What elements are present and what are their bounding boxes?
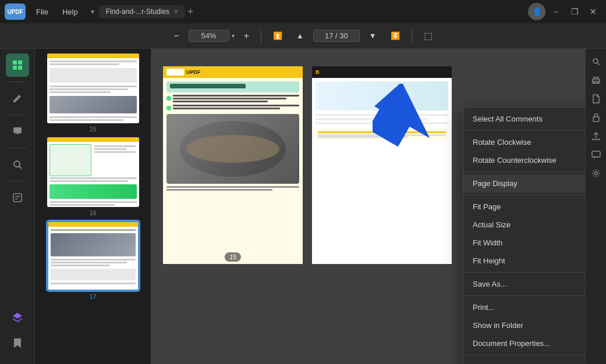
menu-item-rotate-ccw[interactable]: Rotate Counterclockwise — [463, 151, 585, 169]
menu-item-fit-height[interactable]: Fit Height Ctrl+3 — [463, 252, 585, 270]
svg-rect-1 — [18, 60, 22, 65]
last-page-button[interactable]: ⏬ — [386, 29, 405, 42]
thumbnail-16[interactable]: 16 — [40, 137, 146, 216]
menu-item-document-properties[interactable]: Document Properties... — [463, 334, 585, 352]
menu-divider-4 — [463, 272, 585, 273]
help-menu[interactable]: Help — [56, 5, 84, 19]
presentation-button[interactable]: ⬚ — [419, 28, 437, 44]
thumbnail-image-15 — [47, 53, 139, 123]
thumbnails-panel: 15 — [35, 49, 151, 364]
menu-item-actual-size[interactable]: Actual Size Ctrl+1 — [463, 216, 585, 234]
avatar[interactable]: 👤 — [528, 3, 545, 20]
updf-logo: UPDF — [5, 3, 26, 20]
menu-divider-6 — [463, 355, 585, 355]
sidebar-item-edit[interactable] — [6, 87, 29, 110]
right-settings-icon[interactable] — [588, 165, 604, 181]
svg-rect-6 — [13, 194, 22, 202]
titlebar: UPDF File Help ▾ Find-and-...r-Studies ×… — [0, 0, 606, 23]
svg-rect-2 — [13, 66, 17, 70]
thumbnail-15[interactable]: 15 — [40, 53, 146, 133]
menu-item-fit-page[interactable]: Fit Page Ctrl+0 — [463, 198, 585, 216]
minimize-button[interactable]: − — [548, 5, 564, 18]
arrow-overlay — [373, 84, 442, 154]
pdf-page-15: UPDF — [163, 66, 303, 264]
menu-item-select-all-comments[interactable]: Select All Comments — [463, 110, 585, 128]
tab-chevron[interactable]: ▾ — [91, 8, 94, 16]
new-tab-button[interactable]: + — [187, 6, 194, 18]
left-sidebar — [0, 49, 35, 364]
svg-rect-3 — [18, 66, 22, 70]
right-lock-icon[interactable] — [588, 109, 604, 126]
sidebar-separator-2 — [9, 115, 26, 115]
sidebar-separator — [9, 81, 26, 82]
tab-label: Find-and-...r-Studies — [106, 8, 169, 16]
menu-item-save-as[interactable]: Save As... — [463, 275, 585, 293]
thumbnail-image-16 — [47, 137, 139, 207]
menu-item-fit-width[interactable]: Fit Width Ctrl+2 — [463, 234, 585, 252]
page-navigation: 17 / 30 — [313, 30, 360, 42]
svg-rect-0 — [13, 60, 17, 65]
zoom-in-button[interactable]: + — [239, 28, 254, 44]
sidebar-item-layers[interactable] — [6, 306, 29, 329]
svg-rect-14 — [593, 117, 599, 122]
toolbar-separator-1 — [261, 30, 261, 42]
sidebar-bottom — [6, 306, 29, 359]
file-menu[interactable]: File — [30, 5, 54, 19]
svg-rect-13 — [594, 81, 598, 83]
menu-item-play-from-start[interactable]: Play from Start Ctrl+Shift+Enter — [463, 358, 585, 364]
thumbnail-label-15: 15 — [89, 126, 96, 133]
sidebar-item-comment[interactable] — [6, 120, 29, 143]
sidebar-separator-4 — [9, 181, 26, 181]
main-area: 15 — [0, 49, 606, 364]
right-sidebar — [585, 49, 606, 364]
zoom-value[interactable]: 54% — [189, 30, 229, 42]
sidebar-item-thumbnails[interactable] — [6, 53, 29, 77]
sidebar-item-search[interactable] — [6, 153, 29, 176]
menu-item-rotate-cw[interactable]: Rotate Clockwise — [463, 133, 585, 151]
svg-marker-9 — [373, 84, 442, 154]
menu-item-page-display[interactable]: Page Display ▶ — [463, 174, 585, 192]
svg-point-16 — [594, 172, 597, 175]
svg-rect-15 — [592, 151, 600, 157]
right-document-icon[interactable] — [588, 91, 604, 107]
right-comment-icon[interactable] — [588, 147, 604, 163]
content-area[interactable]: UPDF — [151, 49, 585, 364]
right-share-icon[interactable] — [588, 128, 604, 144]
page-badge-15: 15 — [225, 252, 241, 262]
thumbnail-image-17 — [47, 221, 139, 291]
menu-divider-2 — [463, 172, 585, 172]
toolbar-separator-2 — [412, 30, 412, 42]
toolbar: − 54% ▾ + ⏫ ▲ 17 / 30 ▼ ⏬ ⬚ — [0, 23, 606, 49]
next-page-button[interactable]: ▼ — [364, 29, 381, 42]
zoom-out-button[interactable]: − — [169, 28, 183, 44]
sidebar-item-bookmark[interactable] — [6, 331, 29, 355]
svg-line-11 — [597, 63, 600, 65]
zoom-dropdown-icon[interactable]: ▾ — [232, 33, 235, 39]
menu-item-show-in-folder[interactable]: Show in Folder — [463, 316, 585, 334]
document-tab[interactable]: Find-and-...r-Studies × — [99, 5, 185, 18]
thumbnail-label-16: 16 — [89, 209, 96, 216]
page-display[interactable]: 17 / 30 — [313, 30, 360, 42]
sidebar-item-form[interactable] — [6, 186, 29, 209]
maximize-button[interactable]: ❐ — [566, 5, 583, 18]
context-menu: Select All Comments Rotate Clockwise Rot… — [463, 107, 585, 364]
sidebar-separator-3 — [9, 148, 26, 148]
window-controls: 👤 − ❐ ✕ — [528, 3, 601, 20]
menu-divider-5 — [463, 295, 585, 296]
svg-point-10 — [593, 59, 598, 63]
menu-divider-3 — [463, 195, 585, 195]
thumbnail-label-17: 17 — [89, 293, 96, 300]
right-search-icon[interactable] — [588, 53, 604, 70]
zoom-control: 54% ▾ — [189, 30, 235, 42]
menu-divider-1 — [463, 130, 585, 131]
right-print-icon[interactable] — [588, 72, 604, 88]
close-button[interactable]: ✕ — [585, 5, 601, 18]
svg-point-5 — [14, 161, 20, 167]
first-page-button[interactable]: ⏫ — [268, 29, 287, 42]
thumbnail-17[interactable]: 17 — [40, 221, 146, 300]
menu-item-print[interactable]: Print... — [463, 298, 585, 316]
svg-rect-4 — [13, 127, 22, 133]
tab-close-icon[interactable]: × — [174, 8, 178, 16]
prev-page-button[interactable]: ▲ — [292, 29, 309, 42]
tab-bar: ▾ Find-and-...r-Studies × + — [91, 5, 526, 18]
